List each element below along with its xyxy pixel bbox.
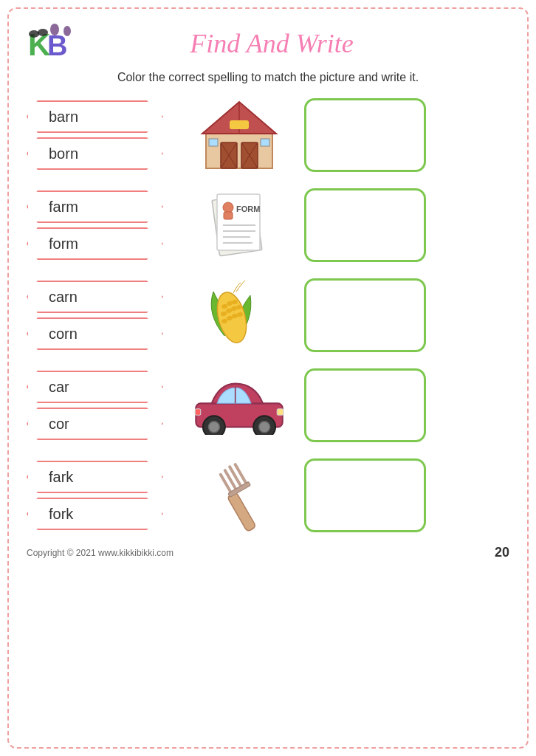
svg-rect-16 [230,120,249,129]
svg-line-4 [38,32,39,33]
svg-rect-17 [209,139,218,146]
svg-point-2 [29,30,39,38]
arrow-corn[interactable]: corn [27,317,174,350]
picture-corn [188,275,291,356]
logo: K B [27,22,78,66]
word-farm: farm [49,199,78,216]
picture-form: FORM [188,185,291,266]
svg-rect-48 [227,492,256,532]
svg-text:B: B [47,30,67,61]
word-barn: barn [49,109,78,126]
svg-rect-22 [224,212,233,219]
section-4: car cor [27,365,509,446]
write-box-3[interactable] [304,278,426,352]
worksheet-page: K B Find And Write Color the correct spe… [7,7,529,749]
svg-point-21 [223,202,233,213]
word-group-2: farm form [27,190,174,260]
word-cor: cor [49,416,69,433]
section-5: fark fork [27,455,509,536]
footer: Copyright © 2021 www.kikkibikki.com 20 [27,545,509,560]
copyright: Copyright © 2021 www.kikkibikki.com [27,548,173,558]
page-number: 20 [495,545,509,560]
header: K B Find And Write [27,22,509,66]
svg-text:FORM: FORM [236,205,260,213]
word-corn: corn [49,326,78,343]
picture-barn [188,94,291,176]
write-box-2[interactable] [304,188,426,262]
svg-rect-47 [195,409,200,416]
section-3: carn corn [27,275,509,356]
svg-rect-7 [206,131,272,168]
arrow-carn[interactable]: carn [27,281,174,313]
word-group-3: carn corn [27,281,174,350]
page-title: Find And Write [86,28,509,60]
word-born: born [49,145,78,162]
write-box-5[interactable] [304,458,426,532]
word-fork: fork [49,506,73,523]
subtitle: Color the correct spelling to match the … [27,71,509,84]
word-car: car [49,379,69,396]
arrow-cor[interactable]: cor [27,408,174,440]
write-box-4[interactable] [304,368,426,442]
arrow-fark[interactable]: fark [27,461,174,493]
arrow-born[interactable]: born [27,137,174,170]
word-group-5: fark fork [27,461,174,530]
arrow-barn[interactable]: barn [27,100,174,133]
arrow-fork[interactable]: fork [27,498,174,530]
arrow-car[interactable]: car [27,371,174,403]
svg-point-5 [63,26,71,36]
svg-point-6 [50,24,59,35]
svg-rect-20 [217,194,260,250]
picture-car [188,365,291,446]
section-1: barn born [27,94,509,176]
word-group-1: barn born [27,100,174,170]
svg-rect-18 [261,139,269,146]
picture-fork [188,455,291,536]
word-fark: fark [49,469,73,486]
word-group-4: car cor [27,371,174,440]
arrow-farm[interactable]: farm [27,190,174,223]
write-box-1[interactable] [304,98,426,172]
svg-rect-46 [277,409,284,416]
word-form: form [49,236,78,252]
svg-point-45 [259,422,270,433]
svg-point-43 [208,422,219,433]
section-2: farm form FORM [27,185,509,266]
svg-point-3 [38,29,48,36]
word-carn: carn [49,289,78,306]
arrow-form[interactable]: form [27,227,174,260]
